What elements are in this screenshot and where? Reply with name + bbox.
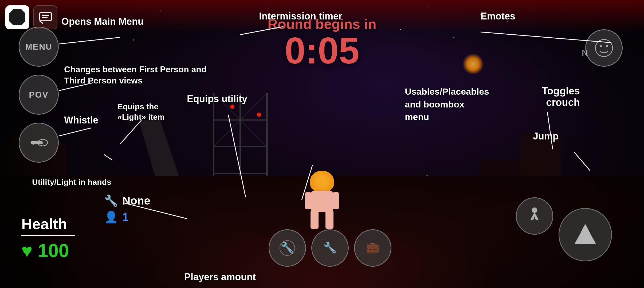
whistle-icon: [28, 132, 49, 153]
character-head: [310, 171, 334, 192]
emote-button[interactable]: [585, 29, 623, 67]
jump-button[interactable]: [559, 208, 612, 261]
action-buttons-group: 🔧 🔧 💼: [269, 229, 391, 267]
svg-point-12: [257, 113, 261, 117]
emote-icon: [593, 37, 615, 59]
svg-point-33: [532, 207, 537, 213]
whistle-button[interactable]: [19, 123, 59, 163]
svg-point-11: [230, 105, 234, 109]
character-leg-left: [311, 210, 319, 229]
wrench-icon: 🔧: [321, 239, 339, 257]
svg-rect-19: [40, 12, 52, 21]
svg-point-30: [595, 39, 612, 57]
character-body: [311, 191, 333, 212]
chat-icon: [38, 10, 53, 25]
character-arm-left: [305, 192, 311, 209]
equip-utility-icon: 🔧: [278, 239, 297, 257]
crouch-button[interactable]: [516, 197, 553, 235]
equip-utility-button[interactable]: 🔧: [269, 229, 306, 267]
svg-text:🔧: 🔧: [281, 241, 294, 254]
character-leg-right: [325, 210, 333, 229]
character-arm-right: [333, 192, 339, 209]
menu-button-label: MENU: [25, 42, 52, 52]
wrench-button[interactable]: 🔧: [311, 229, 349, 267]
svg-marker-34: [575, 224, 596, 244]
roblox-logo[interactable]: [5, 5, 29, 29]
bag-icon: 💼: [363, 239, 382, 257]
roblox-logo-icon: [9, 9, 25, 25]
svg-point-32: [606, 45, 608, 47]
svg-text:💼: 💼: [366, 241, 379, 254]
crouch-icon: [524, 205, 545, 227]
svg-point-25: [32, 141, 35, 144]
chat-button[interactable]: [33, 5, 57, 29]
menu-button[interactable]: MENU: [19, 27, 59, 67]
svg-point-31: [600, 45, 602, 47]
game-character: [305, 171, 339, 229]
svg-text:🔧: 🔧: [323, 241, 337, 254]
jump-icon: [571, 220, 600, 249]
bag-button[interactable]: 💼: [354, 229, 391, 267]
pov-button-label: POV: [29, 90, 49, 100]
pov-button[interactable]: POV: [19, 75, 59, 115]
